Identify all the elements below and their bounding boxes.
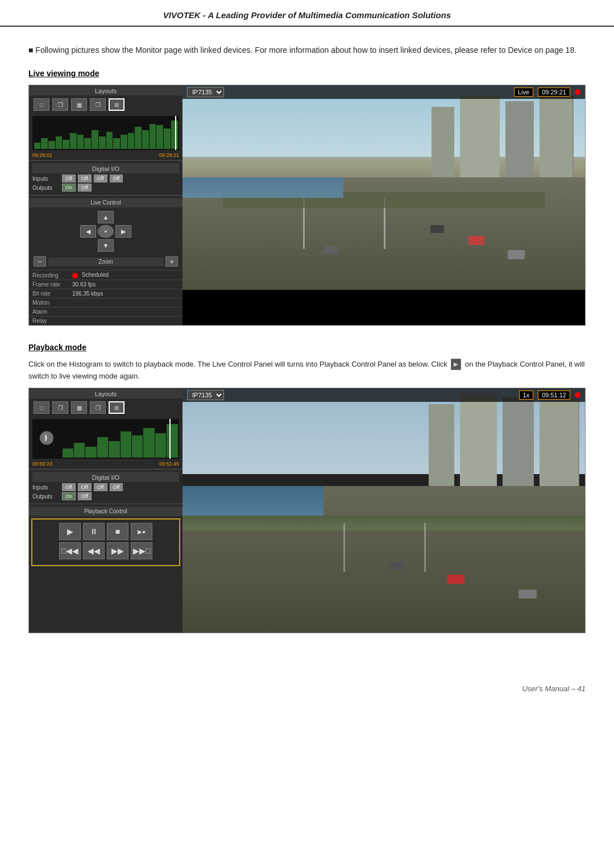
pb-inputs-label: Inputs bbox=[32, 484, 61, 491]
layout-buttons: □ ❐ ▦ ❒ ⊞ bbox=[29, 95, 182, 114]
pb-digital-io-section: Digital I/O Inputs Off Off Off Off Outpu… bbox=[29, 469, 182, 504]
pb-timeline: 09:50:23 09:51:45 bbox=[29, 461, 182, 467]
live-monitor-container: Layouts □ ❐ ▦ ❒ ⊞ bbox=[28, 85, 586, 325]
pb-row-1: ▶ ⏸ ■ ▶● bbox=[36, 523, 176, 540]
playback-buttons: ▶ ⏸ ■ ▶● □◀◀ ◀◀ ▶▶ ▶▶□ bbox=[31, 518, 180, 566]
pb-layout-9[interactable]: ❒ bbox=[90, 401, 106, 414]
layout-6[interactable]: ▦ bbox=[71, 98, 87, 111]
pb-camera-status: 1x 09:51:12 bbox=[519, 391, 580, 400]
pb-pause-btn[interactable]: ⏸ bbox=[83, 523, 105, 540]
live-control-label: Live Control bbox=[29, 198, 182, 207]
layout-13[interactable]: ⊞ bbox=[109, 98, 125, 111]
live-time-badge: 09:29:21 bbox=[538, 88, 570, 97]
zoom-row: − Zoom + bbox=[29, 255, 182, 268]
ptz-row-mid: ◀ ● ▶ bbox=[80, 225, 131, 238]
live-status-badge: Live bbox=[514, 88, 533, 97]
ptz-row-top: ▲ bbox=[98, 211, 114, 223]
pb-input-btn-2[interactable]: Off bbox=[78, 483, 92, 491]
time-start: 09:28:01 bbox=[32, 152, 52, 158]
pb-camera-select[interactable]: IP7135 bbox=[187, 390, 224, 400]
outputs-row: Outputs On Off bbox=[32, 184, 179, 192]
pb-stop-btn[interactable]: ■ bbox=[107, 523, 128, 540]
camera-select[interactable]: IP7135 bbox=[187, 87, 224, 97]
playback-description: Click on the Histogram to switch to play… bbox=[28, 359, 586, 383]
alarm-row: Alarm bbox=[29, 307, 182, 316]
pb-layouts-label: Layouts bbox=[29, 388, 182, 398]
zoom-plus-btn[interactable]: + bbox=[165, 256, 178, 267]
pb-output-btn-off[interactable]: Off bbox=[78, 492, 92, 500]
input-btn-1[interactable]: Off bbox=[62, 175, 76, 182]
live-status-dot bbox=[575, 89, 580, 95]
pb-input-btn-1[interactable]: Off bbox=[62, 483, 76, 491]
zoom-label: Zoom bbox=[48, 258, 163, 266]
frame-rate-label: Frame rate bbox=[29, 280, 69, 289]
pb-next-btn[interactable]: ▶▶ bbox=[107, 542, 128, 559]
alarm-label: Alarm bbox=[29, 307, 69, 316]
pb-play-btn[interactable]: ▶ bbox=[59, 523, 81, 540]
playback-section-title: Playback mode bbox=[28, 343, 586, 352]
output-btn-off[interactable]: Off bbox=[78, 184, 92, 192]
inputs-row: Inputs Off Off Off Off bbox=[32, 175, 179, 182]
playback-sidebar: Layouts □ ❐ ▦ ❒ ⊞ bbox=[29, 388, 182, 633]
playback-icon-inline: ▶ bbox=[451, 359, 461, 370]
ptz-center-btn[interactable]: ● bbox=[98, 225, 114, 238]
pb-layout-6[interactable]: ▦ bbox=[71, 401, 87, 414]
motion-row: Motion bbox=[29, 298, 182, 307]
recording-row: Recording Scheduled bbox=[29, 271, 182, 280]
live-topbar: IP7135 Live 09:29:21 bbox=[182, 85, 585, 99]
layout-9[interactable]: ❒ bbox=[90, 98, 106, 111]
playback-control-label: Playback Control bbox=[29, 506, 182, 516]
recording-icon bbox=[72, 273, 78, 279]
bit-rate-row: Bit rate 196.35 kbps bbox=[29, 289, 182, 298]
live-timeline: 09:28:01 09:29:21 bbox=[29, 152, 182, 158]
playback-histogram[interactable] bbox=[32, 419, 179, 459]
inputs-label: Inputs bbox=[32, 176, 61, 182]
ptz-left-btn[interactable]: ◀ bbox=[80, 225, 96, 238]
live-camera-view: IP7135 Live 09:29:21 bbox=[182, 85, 585, 325]
layouts-label: Layouts bbox=[29, 85, 182, 95]
pb-last-btn[interactable]: ▶▶□ bbox=[131, 542, 152, 559]
input-btn-2[interactable]: Off bbox=[78, 175, 92, 182]
pb-layout-single[interactable]: □ bbox=[34, 401, 49, 414]
live-control-section: Live Control ▲ ◀ ● ▶ ▼ bbox=[29, 195, 182, 270]
info-table: Recording Scheduled Frame rate 30.63 fps… bbox=[29, 270, 182, 325]
pb-output-btn-on[interactable]: On bbox=[62, 492, 76, 500]
layout-single[interactable]: □ bbox=[34, 98, 49, 111]
pb-input-btn-4[interactable]: Off bbox=[110, 483, 123, 491]
pb-prev-btn[interactable]: ◀◀ bbox=[83, 542, 105, 559]
page: VIVOTEK - A Leading Provider of Multimed… bbox=[0, 0, 614, 868]
pb-first-btn[interactable]: □◀◀ bbox=[59, 542, 81, 559]
outputs-label: Outputs bbox=[32, 185, 61, 191]
zoom-minus-btn[interactable]: − bbox=[34, 256, 46, 267]
layout-4[interactable]: ❐ bbox=[52, 98, 68, 111]
header-title: VIVOTEK - A Leading Provider of Multimed… bbox=[163, 10, 451, 20]
ptz-row-bottom: ▼ bbox=[98, 239, 114, 252]
pb-inputs-row: Inputs Off Off Off Off bbox=[32, 483, 179, 491]
relay-label: Relay bbox=[29, 316, 69, 325]
recording-label: Recording bbox=[29, 271, 69, 280]
footer-text: User's Manual – 41 bbox=[522, 684, 586, 693]
live-histogram[interactable] bbox=[32, 116, 179, 150]
live-section-title: Live viewing mode bbox=[28, 69, 586, 78]
pb-live-btn[interactable]: ▶● bbox=[131, 523, 152, 540]
pb-topbar: IP7135 1x 09:51:12 bbox=[182, 388, 585, 402]
ptz-down-btn[interactable]: ▼ bbox=[98, 239, 114, 252]
digital-io-label: Digital I/O bbox=[32, 163, 179, 173]
pb-input-btn-3[interactable]: Off bbox=[94, 483, 107, 491]
input-btn-3[interactable]: Off bbox=[94, 175, 107, 182]
output-btn-on[interactable]: On bbox=[62, 184, 76, 192]
bit-rate-value: 196.35 kbps bbox=[69, 289, 182, 298]
playback-monitor-container: Layouts □ ❐ ▦ ❒ ⊞ bbox=[28, 388, 586, 633]
input-btn-4[interactable]: Off bbox=[110, 175, 123, 182]
pb-layout-13[interactable]: ⊞ bbox=[109, 401, 125, 414]
ptz-right-btn[interactable]: ▶ bbox=[115, 225, 131, 238]
live-camera-status: Live 09:29:21 bbox=[514, 88, 580, 97]
pb-layout-4[interactable]: ❐ bbox=[52, 401, 68, 414]
relay-row: Relay bbox=[29, 316, 182, 325]
playback-control-section: Playback Control ▶ ⏸ ■ ▶● □◀◀ ◀◀ ▶▶ ▶▶ bbox=[29, 504, 182, 571]
footer-note: User's Manual – 41 bbox=[0, 673, 614, 710]
live-sidebar: Layouts □ ❐ ▦ ❒ ⊞ bbox=[29, 85, 182, 325]
pb-time-start: 09:50:23 bbox=[32, 461, 52, 467]
ptz-area: ▲ ◀ ● ▶ ▼ bbox=[29, 207, 182, 255]
ptz-up-btn[interactable]: ▲ bbox=[98, 211, 114, 223]
